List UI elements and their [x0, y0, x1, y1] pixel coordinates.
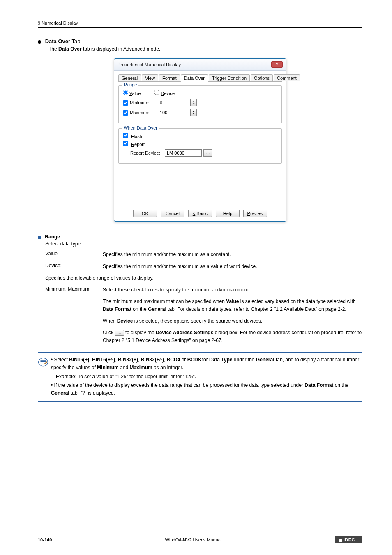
- note-box: • Select BIN16(+), BIN16(+/-), BIN32(+),…: [38, 352, 362, 402]
- tab-general[interactable]: General: [118, 74, 141, 81]
- inline-browse-icon: ...: [115, 330, 124, 336]
- page-footer: 10-140 WindO/I-NV2 User's Manual IDEC: [0, 536, 392, 543]
- section-title: Data Over Tab: [38, 38, 362, 44]
- mm-key: Minimum, Maximum:: [45, 286, 103, 349]
- tab-trigger[interactable]: Trigger Condition: [209, 74, 250, 81]
- note-body: • Select BIN16(+), BIN16(+/-), BIN32(+),…: [51, 356, 362, 398]
- dialog-footer: OK Cancel < Basic Help Preview: [118, 169, 282, 217]
- radio-value[interactable]: Value: [123, 90, 141, 96]
- manual-title: WindO/I-NV2 User's Manual: [165, 537, 222, 542]
- mm-desc: Select these check boxes to specify the …: [103, 286, 362, 349]
- tab-data-over[interactable]: Data Over: [181, 74, 208, 82]
- dialog-titlebar: Properties of Numerical Display ✕: [114, 59, 286, 71]
- properties-dialog: Properties of Numerical Display ✕ Genera…: [114, 58, 286, 222]
- maximum-label: Maximum:: [130, 110, 158, 115]
- tab-options[interactable]: Options: [251, 74, 273, 81]
- basic-button[interactable]: < Basic: [188, 210, 212, 217]
- report-device-input[interactable]: [165, 149, 202, 157]
- maximum-spinner[interactable]: ▲▼: [191, 109, 197, 116]
- minimum-spinner[interactable]: ▲▼: [191, 99, 197, 106]
- help-button[interactable]: Help: [216, 210, 240, 217]
- preview-button[interactable]: Preview: [243, 210, 267, 217]
- dialog-title: Properties of Numerical Display: [118, 62, 181, 67]
- device-key: Device:: [45, 263, 103, 271]
- when-data-over-group: When Data Over Flash Report Report Devic…: [118, 128, 282, 164]
- range-heading: Range: [38, 234, 362, 240]
- note-icon: [38, 356, 51, 398]
- report-device-browse-button[interactable]: ...: [203, 149, 212, 157]
- bullet-icon: [38, 40, 41, 44]
- minimum-label: Minimum:: [130, 100, 158, 105]
- range-group: Range Value Device Minimum: ▲▼ Maximum:: [118, 85, 282, 123]
- value-desc: Specifies the minimum and/or the maximum…: [103, 251, 362, 259]
- section-subtitle: The Data Over tab is displayed in Advanc…: [48, 46, 362, 52]
- value-key: Value:: [45, 251, 103, 259]
- range-sub: Select data type.: [45, 241, 362, 247]
- tab-comment[interactable]: Comment: [274, 74, 300, 81]
- report-device-label: Report Device:: [130, 150, 165, 155]
- dialog-tabs: General View Format Data Over Trigger Co…: [118, 74, 282, 82]
- device-desc: Specifies the minimum and/or the maximum…: [103, 263, 362, 271]
- when-legend: When Data Over: [122, 125, 159, 130]
- radio-device[interactable]: Device: [154, 90, 175, 96]
- page-header: 9 Numerical Display: [38, 21, 362, 28]
- range-legend: Range: [122, 82, 138, 87]
- close-button[interactable]: ✕: [271, 61, 283, 68]
- tab-format[interactable]: Format: [159, 74, 180, 81]
- page-number: 10-140: [38, 537, 52, 542]
- header-section: 9 Numerical Display: [38, 21, 78, 25]
- maximum-input[interactable]: [158, 109, 191, 116]
- minimum-input[interactable]: [158, 99, 191, 106]
- cancel-button[interactable]: Cancel: [161, 210, 184, 217]
- tab-view[interactable]: View: [142, 74, 158, 81]
- ok-button[interactable]: OK: [133, 210, 157, 217]
- allowable-desc: Specifies the allowable range of values …: [45, 274, 362, 282]
- idec-logo: IDEC: [335, 536, 362, 543]
- flash-checkbox-label[interactable]: Flash: [123, 134, 142, 139]
- report-checkbox-label[interactable]: Report: [123, 142, 145, 147]
- maximum-checkbox[interactable]: [123, 110, 128, 116]
- blue-square-icon: [38, 236, 41, 239]
- definitions: Value: Specifies the minimum and/or the …: [45, 251, 362, 270]
- minimum-checkbox[interactable]: [123, 100, 128, 106]
